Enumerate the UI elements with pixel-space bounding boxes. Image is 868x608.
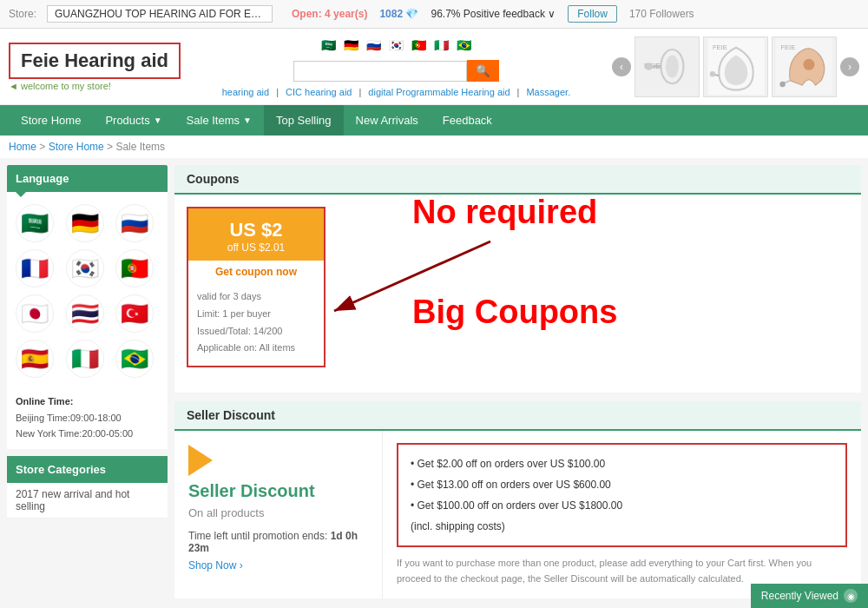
header-center: 🇸🇦 🇩🇪 🇷🇺 🇰🇷 🇵🇹 🇮🇹 🇧🇷 🔍 hearing aid | CIC… xyxy=(189,36,603,97)
store-categories-header: Store Categories xyxy=(7,456,168,483)
nav-new-arrivals[interactable]: New Arrivals xyxy=(344,105,431,135)
nav-bar: Store Home Products ▼ Sale Items ▼ Top S… xyxy=(0,105,868,135)
nav-products-arrow: ▼ xyxy=(154,116,162,125)
nav-sale-arrow: ▼ xyxy=(243,116,252,125)
followers-count: 170 Followers xyxy=(629,8,694,20)
flag-th-sidebar[interactable]: 🇹🇭 xyxy=(66,294,104,333)
flag-br-sidebar[interactable]: 🇧🇷 xyxy=(115,340,154,378)
flag-kr-sidebar[interactable]: 🇰🇷 xyxy=(66,249,104,287)
coupons-section: Coupons US $2 off US $2.01 Get coupon no… xyxy=(174,165,861,393)
flag-kr[interactable]: 🇰🇷 xyxy=(386,36,405,55)
coupon-card: US $2 off US $2.01 Get coupon now valid … xyxy=(187,207,326,367)
breadcrumb-current: Sale Items xyxy=(115,141,165,153)
content: Coupons US $2 off US $2.01 Get coupon no… xyxy=(174,165,861,607)
main-layout: Language 🇸🇦 🇩🇪 🇷🇺 🇫🇷 🇰🇷 🇵🇹 🇯🇵 🇹🇭 🇹🇷 🇪🇸 🇮… xyxy=(0,158,868,608)
feedback-score: 96.7% Positive feedback ∨ xyxy=(431,8,556,20)
top-bar: Store: GUANGZHOU TOP HEARING AID FOR ELD… xyxy=(0,0,868,29)
svg-text:FEIE: FEIE xyxy=(712,43,727,51)
flag-ru-sidebar[interactable]: 🇷🇺 xyxy=(115,204,154,242)
search-input[interactable] xyxy=(293,61,467,82)
top-bar-info: Open: 4 year(s) 1082 💎 96.7% Positive fe… xyxy=(292,5,694,23)
get-coupon-button[interactable]: Get coupon now xyxy=(188,261,324,283)
breadcrumb-store-home[interactable]: Store Home xyxy=(49,141,104,153)
recently-viewed-label: Recently Viewed xyxy=(761,590,838,602)
carousel-next-button[interactable]: › xyxy=(840,57,859,76)
rule-2: • Get $13.00 off on orders over US $600.… xyxy=(411,474,833,495)
flag-br[interactable]: 🇧🇷 xyxy=(454,36,473,55)
coupon-area: US $2 off US $2.01 Get coupon now valid … xyxy=(187,207,849,380)
link-cic[interactable]: CIC hearing aid xyxy=(286,87,352,97)
discount-rules: • Get $2.00 off on orders over US $100.0… xyxy=(397,443,847,547)
product-thumb-2[interactable]: FEIE xyxy=(703,36,768,97)
open-years: Open: 4 year(s) xyxy=(292,8,367,20)
flag-it[interactable]: 🇮🇹 xyxy=(431,36,450,55)
breadcrumb-home[interactable]: Home xyxy=(9,141,36,153)
product-thumb-3[interactable]: FEIE xyxy=(772,36,837,97)
svg-point-12 xyxy=(803,59,814,70)
online-time-label: Online Time: xyxy=(16,393,159,410)
flag-de[interactable]: 🇩🇪 xyxy=(341,36,360,55)
nav-top-selling[interactable]: Top Selling xyxy=(264,105,344,135)
svg-point-9 xyxy=(709,71,715,77)
flag-de-sidebar[interactable]: 🇩🇪 xyxy=(66,204,104,242)
recently-viewed-icon: ◉ xyxy=(844,589,858,603)
discount-title: Seller Discount xyxy=(188,481,368,501)
flag-fr-sidebar[interactable]: 🇫🇷 xyxy=(16,249,54,287)
svg-text:FEIE: FEIE xyxy=(780,43,795,51)
language-header: Language xyxy=(7,165,168,192)
seller-discount-section: Seller Discount Seller Discount On all p… xyxy=(174,401,861,598)
sidebar: Language 🇸🇦 🇩🇪 🇷🇺 🇫🇷 🇰🇷 🇵🇹 🇯🇵 🇹🇭 🇹🇷 🇪🇸 🇮… xyxy=(7,165,168,607)
store-name: GUANGZHOU TOP HEARING AID FOR ELDERLY CA… xyxy=(47,5,273,23)
flag-tr-sidebar[interactable]: 🇹🇷 xyxy=(115,294,154,333)
link-digital[interactable]: digital Programmable Hearing aid xyxy=(368,87,510,97)
flag-pt[interactable]: 🇵🇹 xyxy=(409,36,428,55)
search-bar: 🔍 xyxy=(293,60,499,82)
coupon-details: valid for 3 days Limit: 1 per buyer Issu… xyxy=(188,283,324,366)
follow-button[interactable]: Follow xyxy=(568,5,617,23)
rule-note: (incl. shipping costs) xyxy=(411,516,833,537)
flag-it-sidebar[interactable]: 🇮🇹 xyxy=(66,340,104,378)
flag-sa-sidebar[interactable]: 🇸🇦 xyxy=(16,204,54,242)
annotation-arrow-svg xyxy=(308,233,499,337)
flag-jp-sidebar[interactable]: 🇯🇵 xyxy=(16,294,54,333)
link-hearing-aid[interactable]: hearing aid xyxy=(222,87,269,97)
discount-icon-row xyxy=(188,445,368,476)
nav-sale-items[interactable]: Sale Items ▼ xyxy=(174,105,264,135)
svg-line-16 xyxy=(334,241,490,311)
nav-feedback[interactable]: Feedback xyxy=(431,105,504,135)
product-thumbnails: FEIE FEIE xyxy=(635,36,837,97)
discount-subtitle: On all products xyxy=(188,506,368,519)
flag-ru[interactable]: 🇷🇺 xyxy=(364,36,383,55)
ny-time: New York Time:20:00-05:00 xyxy=(16,426,159,442)
header-language-flags: 🇸🇦 🇩🇪 🇷🇺 🇰🇷 🇵🇹 🇮🇹 🇧🇷 xyxy=(319,36,473,55)
link-massager[interactable]: Massager. xyxy=(526,87,570,97)
annotation-big-coupons: Big Coupons xyxy=(412,294,617,331)
coupon-off: off US $2.01 xyxy=(197,241,315,254)
header-links: hearing aid | CIC hearing aid | digital … xyxy=(222,87,570,97)
flag-pt-sidebar[interactable]: 🇵🇹 xyxy=(115,249,154,287)
recently-viewed[interactable]: Recently Viewed ◉ xyxy=(751,584,868,608)
coupon-top: US $2 off US $2.01 xyxy=(188,208,324,261)
svg-point-3 xyxy=(665,56,678,78)
welcome-text: ◄ welcome to my store! xyxy=(9,81,181,91)
discount-left: Seller Discount On all products Time lef… xyxy=(174,431,383,598)
coupon-amount: US $2 xyxy=(197,219,315,241)
flag-es-sidebar[interactable]: 🇪🇸 xyxy=(16,340,54,378)
breadcrumb: Home > Store Home > Sale Items xyxy=(0,135,868,158)
coupons-body: US $2 off US $2.01 Get coupon now valid … xyxy=(174,195,861,393)
carousel-prev-button[interactable]: ‹ xyxy=(612,57,631,76)
search-button[interactable]: 🔍 xyxy=(467,60,499,82)
seller-discount-header: Seller Discount xyxy=(174,401,861,431)
beijing-time: Beijing Time:09:00-18:00 xyxy=(16,410,159,426)
nav-products[interactable]: Products ▼ xyxy=(93,105,174,135)
category-item[interactable]: 2017 new arrival and hot selling xyxy=(7,483,168,519)
header-right: ‹ FEIE FEIE xyxy=(612,36,859,97)
coupon-valid: valid for 3 days xyxy=(197,288,315,306)
shop-now-link[interactable]: Shop Now › xyxy=(188,559,368,572)
flag-grid: 🇸🇦 🇩🇪 🇷🇺 🇫🇷 🇰🇷 🇵🇹 🇯🇵 🇹🇭 🇹🇷 🇪🇸 🇮🇹 🇧🇷 xyxy=(7,192,168,387)
seller-discount-body: Seller Discount On all products Time lef… xyxy=(174,431,861,598)
nav-store-home[interactable]: Store Home xyxy=(9,105,93,135)
store-categories-section: Store Categories 2017 new arrival and ho… xyxy=(7,456,168,519)
product-thumb-1[interactable]: FEIE xyxy=(635,36,700,97)
flag-sa[interactable]: 🇸🇦 xyxy=(319,36,338,55)
